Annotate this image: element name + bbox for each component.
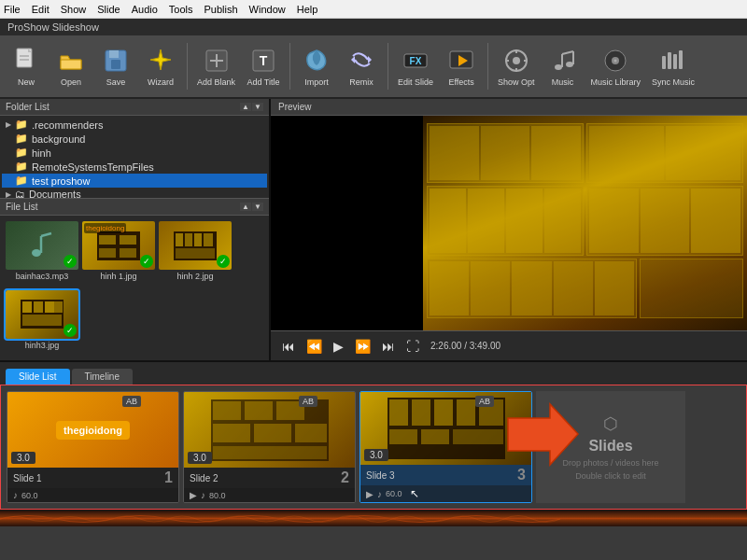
slide-footer-1: ♪ 60.0 [7,488,178,502]
file-grid[interactable]: ✓ bainhac3.mp3 thegioidong ✓ hinh 1.jpg [0,216,269,360]
import-button[interactable]: Import [296,39,337,93]
svg-rect-68 [412,399,430,426]
menu-publish[interactable]: Publish [204,4,238,15]
remix-button[interactable]: Remix [341,39,382,93]
folder-icon-background: 📁 [15,133,28,145]
file-thumb-audio: ✓ [6,221,78,270]
folder-tree[interactable]: ▶ 📁 .recommenders ▶ 📁 background ▶ 📁 hin… [0,116,269,199]
ctrl-next-frame[interactable]: ⏩ [351,337,374,356]
add-title-icon: T [248,46,278,76]
svg-marker-14 [368,56,372,63]
folder-item-remotesystems[interactable]: ▶ 📁 RemoteSystemsTempFiles [2,160,267,174]
new-button[interactable]: New [6,39,47,93]
menu-slide[interactable]: Slide [97,4,120,15]
show-opt-button[interactable]: Show Opt [494,39,539,93]
folder-label-testproshow: test proshow [32,175,90,187]
toolbar: New Open Save Wizard Add Blank T Add Tit… [0,35,747,99]
file-scroll-up[interactable]: ▲ [240,203,251,211]
file-list-header: File List ▲ ▼ [0,199,269,216]
svg-rect-63 [254,424,291,442]
toolbar-sep-3 [388,43,388,90]
ctrl-prev-frame[interactable]: ⏪ [303,337,326,356]
music-button[interactable]: Music [543,39,584,93]
wizard-button[interactable]: Wizard [140,39,181,93]
preview-shop-display [423,116,747,330]
menu-show[interactable]: Show [61,4,87,15]
slide-thumb-2: 3.0 AB [184,392,355,468]
folder-item-testproshow[interactable]: ▶ 📁 test proshow [2,174,267,188]
add-title-button[interactable]: T Add Title [243,39,284,93]
file-scroll-down[interactable]: ▼ [252,203,263,211]
file-name-hinh1: hinh 1.jpg [100,272,136,281]
svg-rect-67 [389,399,408,426]
import-icon [302,46,331,76]
slide-ab-icon-2: AB [299,396,317,407]
svg-rect-60 [245,401,273,420]
new-icon [11,46,41,76]
folder-list-title: Folder List [6,102,49,112]
folder-label-hinh: hinh [32,147,51,159]
folder-item-recommenders[interactable]: ▶ 📁 .recommenders [2,118,267,132]
music-label: Music [552,77,574,87]
menu-help[interactable]: Help [297,4,318,15]
folder-icon-documents: 🗂 [15,189,25,199]
ctrl-play[interactable]: ▶ [330,337,347,356]
preview-header: Preview [271,99,747,116]
menu-window[interactable]: Window [249,4,286,15]
file-item-hinh3[interactable]: ✓ hinh3.jpg [6,290,78,356]
svg-point-38 [32,249,41,257]
open-icon [56,46,86,76]
sync-music-label: Sync Music [652,77,695,87]
slide-thumb-3: 3.0 AB [360,392,531,465]
music-library-button[interactable]: Music Library [587,39,645,93]
slide-number-1: 1 [164,469,173,486]
effects-button[interactable]: Effects [441,39,482,93]
menu-file[interactable]: File [4,4,21,15]
effects-icon [446,46,476,76]
folder-icon-remotesystems: 📁 [15,161,28,173]
menu-audio[interactable]: Audio [132,4,158,15]
slide-item-3[interactable]: 3.0 AB Slide 3 3 ▶ ♪ 60.0 ↖ [359,391,532,503]
tab-timeline[interactable]: Timeline [72,369,133,385]
edit-slide-button[interactable]: FX Edit Slide [394,39,437,93]
slide-number-2: 2 [341,469,349,486]
folder-item-hinh[interactable]: ▶ 📁 hinh [2,146,267,160]
sync-music-button[interactable]: Sync Music [648,39,698,93]
slide-label-1: Slide 1 1 [7,468,178,488]
ctrl-skip-start[interactable]: ⏮ [278,337,299,356]
menu-edit[interactable]: Edit [32,4,49,15]
file-name-hinh3: hinh3.jpg [25,341,60,350]
ctrl-fullscreen[interactable]: ⛶ [402,337,423,356]
file-item-hinh2[interactable]: ✓ hinh 2.jpg [159,221,232,287]
svg-rect-37 [679,50,683,69]
svg-rect-42 [99,235,116,245]
remix-label: Remix [349,77,374,87]
wizard-icon [146,46,176,76]
slide-footer-2: ▶ ♪ 80.0 [184,488,355,502]
slide-name-3: Slide 3 [366,470,395,481]
file-item-hinh1[interactable]: thegioidong ✓ hinh 1.jpg [82,221,155,287]
file-item-audio[interactable]: ✓ bainhac3.mp3 [6,221,78,287]
add-blank-icon [202,46,232,76]
svg-line-30 [562,51,573,54]
open-button[interactable]: Open [50,39,92,93]
slide-item-2[interactable]: 3.0 AB Slide 2 2 ▶ ♪ 80.0 [183,391,356,503]
menu-tools[interactable]: Tools [169,4,193,15]
save-button[interactable]: Save [95,39,136,93]
preview-shelf-top [427,123,743,183]
slide-item-1[interactable]: thegioidong 3.0 AB Slide 1 1 ♪ 60. [7,391,179,503]
sync-music-icon [658,46,688,76]
folder-scroll-down[interactable]: ▼ [252,103,263,111]
ctrl-skip-end[interactable]: ⏭ [378,337,399,356]
svg-rect-50 [204,233,213,246]
music-library-icon [600,46,630,76]
folder-label-recommenders: .recommenders [32,119,103,131]
slide-list-area[interactable]: thegioidong 3.0 AB Slide 1 1 ♪ 60. [0,385,747,510]
svg-text:FX: FX [410,56,422,66]
folder-item-background[interactable]: ▶ 📁 background [2,132,267,146]
tab-slide-list[interactable]: Slide List [6,369,70,385]
folder-scroll-up[interactable]: ▲ [240,103,251,111]
svg-rect-53 [22,301,32,313]
add-blank-button[interactable]: Add Blank [193,39,239,93]
folder-item-documents[interactable]: ▶ 🗂 Documents [2,188,267,199]
